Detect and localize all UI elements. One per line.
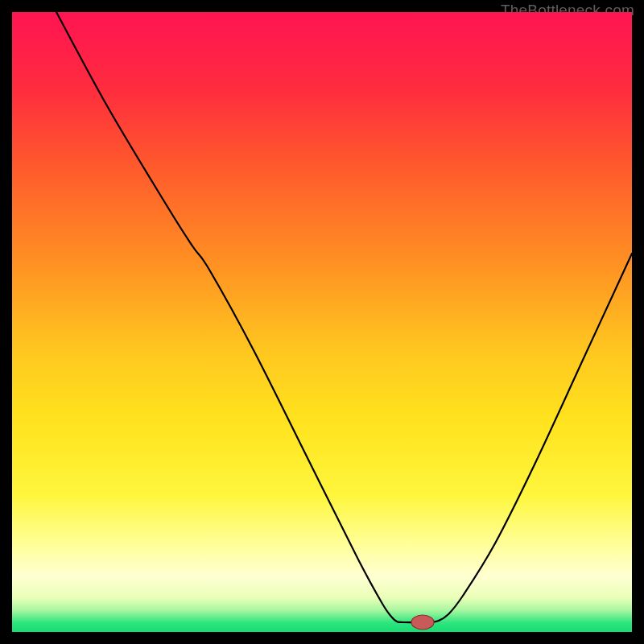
chart-svg	[12, 12, 632, 632]
gradient-background	[12, 12, 632, 632]
optimal-point-marker	[411, 615, 434, 630]
plot-area	[12, 12, 632, 632]
chart-frame: TheBottleneck.com	[0, 0, 644, 644]
